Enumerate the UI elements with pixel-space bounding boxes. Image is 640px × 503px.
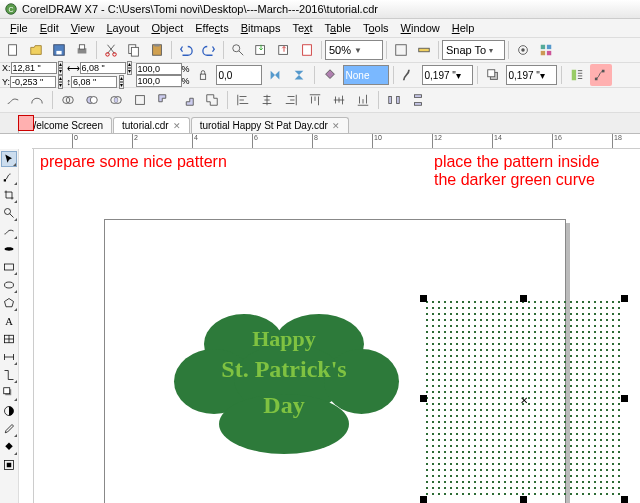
align-right-icon[interactable] (280, 89, 302, 111)
snap-combo[interactable]: Snap To▾ (442, 40, 505, 60)
freehand-icon[interactable] (2, 89, 24, 111)
text-tool-icon[interactable]: A (1, 313, 17, 329)
fill-icon[interactable] (319, 64, 341, 86)
transparency-tool-icon[interactable] (1, 403, 17, 419)
center-marker[interactable]: ✕ (520, 395, 528, 406)
ruler-vertical[interactable] (19, 149, 34, 503)
save-icon[interactable] (48, 39, 70, 61)
copy-icon[interactable] (123, 39, 145, 61)
bezier-icon[interactable] (26, 89, 48, 111)
close-icon[interactable]: ✕ (173, 121, 181, 131)
menu-view[interactable]: View (65, 22, 101, 34)
rectangle-tool-icon[interactable] (1, 259, 17, 275)
front-minus-back-icon[interactable] (153, 89, 175, 111)
selection-handle[interactable] (420, 395, 427, 402)
scale-y-input[interactable] (136, 75, 182, 87)
undo-icon[interactable] (175, 39, 197, 61)
align-top-icon[interactable] (304, 89, 326, 111)
intersect-icon[interactable] (105, 89, 127, 111)
zoom-combo[interactable]: 50%▼ (325, 40, 383, 60)
pattern-object[interactable]: ✕ (424, 299, 624, 499)
connector-tool-icon[interactable] (1, 367, 17, 383)
publish-pdf-icon[interactable] (296, 39, 318, 61)
tab-stpat[interactable]: turotial Happy St Pat Day.cdr✕ (191, 117, 349, 133)
shape-tool-icon[interactable] (1, 169, 17, 185)
boundary-icon[interactable] (201, 89, 223, 111)
to-front-icon[interactable] (482, 64, 504, 86)
eyedropper-tool-icon[interactable] (1, 421, 17, 437)
shamrock-artwork[interactable]: Happy St. Patrick's Day (174, 314, 394, 464)
lock-ratio-icon[interactable] (192, 64, 214, 86)
weld-icon[interactable] (57, 89, 79, 111)
x-input[interactable] (11, 62, 57, 74)
cut-icon[interactable] (100, 39, 122, 61)
smart-fill-tool-icon[interactable] (1, 457, 17, 473)
search-icon[interactable] (227, 39, 249, 61)
selection-handle[interactable] (621, 395, 628, 402)
selection-handle[interactable] (420, 295, 427, 302)
ruler-horizontal[interactable]: 024681012141618 (32, 134, 640, 149)
export-icon[interactable] (273, 39, 295, 61)
menu-help[interactable]: Help (446, 22, 481, 34)
app-launcher-icon[interactable] (535, 39, 557, 61)
artistic-media-tool-icon[interactable] (1, 241, 17, 257)
distribute-v-icon[interactable] (407, 89, 429, 111)
import-icon[interactable] (250, 39, 272, 61)
wrap-text-icon[interactable] (566, 64, 588, 86)
selection-handle[interactable] (621, 295, 628, 302)
fullscreen-icon[interactable] (390, 39, 412, 61)
fill-none[interactable]: None (343, 65, 389, 85)
distribute-h-icon[interactable] (383, 89, 405, 111)
align-center-icon[interactable] (256, 89, 278, 111)
selection-handle[interactable] (420, 496, 427, 503)
menu-text[interactable]: Text (286, 22, 318, 34)
menu-window[interactable]: Window (395, 22, 446, 34)
paste-icon[interactable] (146, 39, 168, 61)
freehand-tool-icon[interactable] (1, 223, 17, 239)
width-input[interactable] (80, 62, 126, 74)
rotation-input[interactable]: 0,0 (216, 65, 262, 85)
redo-icon[interactable] (198, 39, 220, 61)
outline-icon[interactable] (398, 64, 420, 86)
align-left-icon[interactable] (232, 89, 254, 111)
menu-tools[interactable]: Tools (357, 22, 395, 34)
menu-effects[interactable]: Effects (189, 22, 234, 34)
scale-x-input[interactable] (136, 63, 182, 75)
menu-layout[interactable]: Layout (100, 22, 145, 34)
selection-handle[interactable] (520, 295, 527, 302)
menu-object[interactable]: Object (145, 22, 189, 34)
rulers-icon[interactable] (413, 39, 435, 61)
align-bottom-icon[interactable] (352, 89, 374, 111)
y-input[interactable] (10, 76, 56, 88)
menu-bitmaps[interactable]: Bitmaps (235, 22, 287, 34)
zoom-tool-icon[interactable] (1, 205, 17, 221)
menu-table[interactable]: Table (319, 22, 357, 34)
polygon-tool-icon[interactable] (1, 295, 17, 311)
mirror-h-icon[interactable] (264, 64, 286, 86)
mirror-v-icon[interactable] (288, 64, 310, 86)
pick-tool-icon[interactable] (1, 151, 17, 167)
close-icon[interactable]: ✕ (332, 121, 340, 131)
simplify-icon[interactable] (129, 89, 151, 111)
trim-icon[interactable] (81, 89, 103, 111)
options-icon[interactable] (512, 39, 534, 61)
tab-tutorial[interactable]: tutorial.cdr✕ (113, 117, 190, 133)
dimension-tool-icon[interactable] (1, 349, 17, 365)
convert-curves-icon[interactable] (590, 64, 612, 86)
crop-tool-icon[interactable] (1, 187, 17, 203)
ellipse-tool-icon[interactable] (1, 277, 17, 293)
canvas[interactable]: prepare some nice pattern place the patt… (34, 149, 640, 503)
height-input[interactable] (71, 76, 117, 88)
drop-shadow-tool-icon[interactable] (1, 385, 17, 401)
selection-handle[interactable] (621, 496, 628, 503)
menu-file[interactable]: File (4, 22, 34, 34)
selection-handle[interactable] (520, 496, 527, 503)
open-icon[interactable] (25, 39, 47, 61)
outline-width-2[interactable]: 0,197 "▾ (506, 65, 557, 85)
back-minus-front-icon[interactable] (177, 89, 199, 111)
menu-edit[interactable]: Edit (34, 22, 65, 34)
interactive-fill-tool-icon[interactable] (1, 439, 17, 455)
table-tool-icon[interactable] (1, 331, 17, 347)
print-icon[interactable] (71, 39, 93, 61)
new-icon[interactable] (2, 39, 24, 61)
